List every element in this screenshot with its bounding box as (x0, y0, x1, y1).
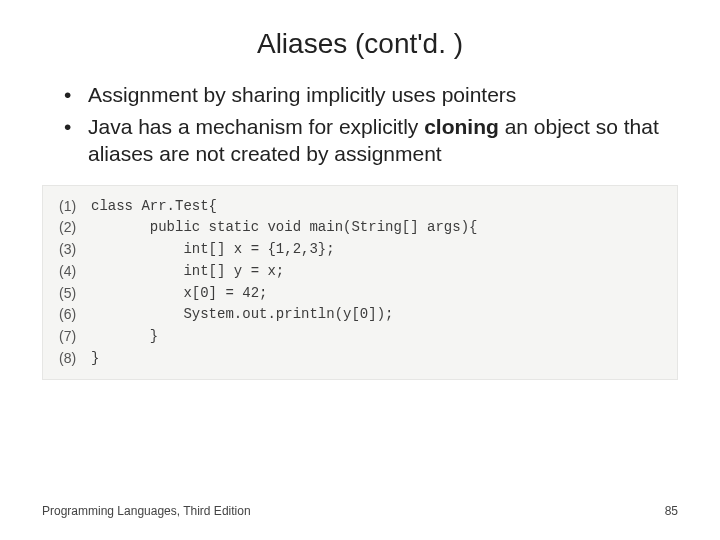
page-number: 85 (665, 504, 678, 518)
line-number: (5) (59, 283, 91, 305)
line-number: (8) (59, 348, 91, 370)
code-line: (3) int[] x = {1,2,3}; (59, 239, 661, 261)
code-text: x[0] = 42; (91, 283, 267, 305)
code-text: class Arr.Test{ (91, 196, 217, 218)
code-text: int[] x = {1,2,3}; (91, 239, 335, 261)
bullet-item: Java has a mechanism for explicitly clon… (64, 114, 678, 167)
slide-title: Aliases (cont'd. ) (0, 0, 720, 82)
line-number: (3) (59, 239, 91, 261)
footer-text-left: Programming Languages, Third Edition (42, 504, 251, 518)
footer: Programming Languages, Third Edition 85 (42, 504, 678, 518)
line-number: (7) (59, 326, 91, 348)
bullet-text: Assignment by sharing implicitly uses po… (88, 83, 516, 106)
code-text: System.out.println(y[0]); (91, 304, 393, 326)
code-line: (2) public static void main(String[] arg… (59, 217, 661, 239)
code-line: (1)class Arr.Test{ (59, 196, 661, 218)
code-text: } (91, 326, 158, 348)
code-line: (5) x[0] = 42; (59, 283, 661, 305)
code-text: } (91, 348, 99, 370)
code-line: (6) System.out.println(y[0]); (59, 304, 661, 326)
bullet-text-pre: Java has a mechanism for explicitly (88, 115, 424, 138)
line-number: (6) (59, 304, 91, 326)
bullet-text-bold: cloning (424, 115, 499, 138)
bullet-list: Assignment by sharing implicitly uses po… (0, 82, 720, 167)
code-figure: (1)class Arr.Test{ (2) public static voi… (42, 185, 678, 381)
code-line: (4) int[] y = x; (59, 261, 661, 283)
bullet-item: Assignment by sharing implicitly uses po… (64, 82, 678, 108)
code-line: (7) } (59, 326, 661, 348)
code-text: int[] y = x; (91, 261, 284, 283)
line-number: (1) (59, 196, 91, 218)
slide: Aliases (cont'd. ) Assignment by sharing… (0, 0, 720, 540)
line-number: (4) (59, 261, 91, 283)
code-line: (8)} (59, 348, 661, 370)
line-number: (2) (59, 217, 91, 239)
code-text: public static void main(String[] args){ (91, 217, 477, 239)
